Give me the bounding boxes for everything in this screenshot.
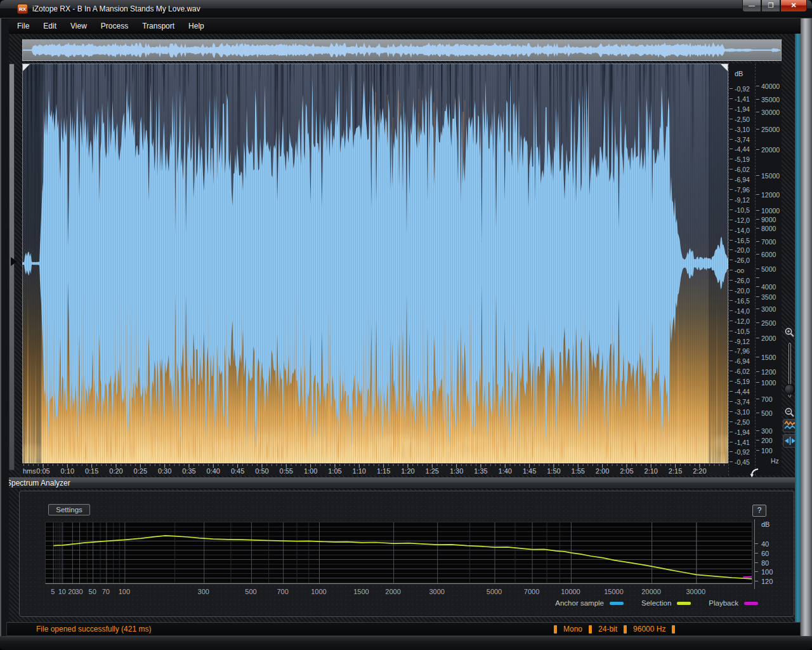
spectrum-freq-label: 30000	[677, 588, 715, 595]
close-button[interactable]: ✕	[780, 0, 807, 12]
minimize-button[interactable]: —	[742, 0, 761, 12]
menu-item-edit[interactable]: Edit	[36, 20, 63, 32]
selection-handle-left-icon[interactable]	[23, 64, 30, 71]
frequency-ruler[interactable]: 4000035000300002500020000150001200010000…	[755, 63, 782, 475]
amp-tick	[730, 331, 733, 331]
freq-ruler-label: 3500	[761, 294, 776, 300]
freq-tick	[756, 194, 759, 195]
amp-ruler-label: -9,12	[735, 197, 750, 203]
amp-ruler-label: -oo	[735, 267, 744, 274]
spectrum-freq-label: 20000	[632, 588, 671, 595]
amp-ruler-label: -26,0	[735, 277, 750, 284]
spectrum-db-label: 100	[761, 568, 773, 576]
amp-ruler-label: -3,74	[735, 399, 750, 405]
amp-ruler-label: -26,0	[735, 257, 750, 263]
vertical-zoom-knob[interactable]	[784, 384, 795, 395]
amp-tick	[730, 442, 733, 442]
menu-item-view[interactable]: View	[63, 20, 94, 32]
time-ruler[interactable]: hms 0:050:100:150:200:250:300:350:400:45…	[19, 463, 728, 475]
freq-ruler-label: 25000	[761, 126, 780, 133]
amp-ruler-label: -10,5	[735, 207, 750, 213]
amp-tick	[730, 129, 733, 129]
legend-label: Anchor sample	[555, 599, 604, 607]
spectrum-db-tick	[755, 562, 758, 563]
freq-tick	[756, 430, 759, 431]
amp-tick	[730, 209, 733, 210]
amp-ruler-label: -0,92	[735, 86, 750, 92]
amp-tick	[730, 189, 733, 190]
amp-tick	[730, 260, 733, 260]
menu-item-help[interactable]: Help	[181, 20, 211, 32]
amp-ruler-label: -3,10	[735, 409, 750, 415]
amp-tick	[730, 240, 733, 241]
freq-ruler-label: 5000	[761, 266, 776, 272]
amp-tick	[730, 300, 733, 301]
spectrum-legend: Anchor sampleSelectionPlayback	[555, 599, 758, 607]
legend-item-anchor-sample: Anchor sample	[555, 599, 624, 607]
freq-ruler-label: 30000	[761, 109, 780, 116]
freq-tick	[756, 269, 759, 269]
selection-border	[22, 63, 728, 463]
app-icon: RX	[17, 4, 28, 14]
spectrum-freq-label: 2000	[374, 588, 412, 595]
amp-ruler-label: -12,0	[735, 318, 750, 324]
window-controls: — ❐ ✕	[742, 0, 807, 12]
legend-item-playback: Playback	[709, 599, 758, 607]
spectrum-analyzer-titlebar[interactable]: Spectrum Analyzer	[1, 477, 795, 489]
separator	[624, 625, 627, 633]
legend-label: Playback	[709, 599, 738, 607]
spectrum-frequency-axis: 5102030507010030050070010001500200030005…	[45, 587, 752, 595]
playhead-marker-icon	[11, 257, 17, 266]
maximize-button[interactable]: ❐	[761, 0, 780, 12]
amp-tick	[730, 280, 733, 281]
freq-tick	[756, 338, 759, 338]
amp-ruler-label: -0,92	[735, 449, 750, 455]
menu-item-process[interactable]: Process	[94, 20, 135, 32]
freq-tick	[756, 228, 759, 229]
separator	[554, 625, 557, 633]
vertical-scroll-strip[interactable]	[9, 63, 15, 470]
channel-count: Mono	[563, 625, 582, 633]
amplitude-ruler[interactable]: dB -0,92-1,41-1,94-2,50-3,10-3,74-4,44-5…	[728, 63, 755, 475]
spectrum-db-tick	[755, 543, 758, 544]
overview-waveform[interactable]	[22, 39, 782, 61]
help-button[interactable]: ?	[752, 505, 766, 517]
spectrum-db-axis: dB 406080100120	[754, 519, 782, 589]
go-to-selection-icon[interactable]	[750, 468, 760, 478]
amp-tick	[730, 159, 733, 159]
menu-item-transport[interactable]: Transport	[135, 20, 181, 32]
amp-tick	[730, 98, 733, 99]
legend-swatch	[677, 602, 691, 605]
freq-tick	[756, 210, 759, 211]
freq-tick	[756, 99, 759, 100]
spectrum-db-unit-label: dB	[761, 521, 769, 528]
window-right-frame	[801, 18, 812, 636]
amp-ruler-label: -12,0	[735, 217, 750, 223]
selection-handle-right-icon[interactable]	[721, 64, 728, 71]
title-bar[interactable]: RX iZotope RX - B In A Mansion Stands My…	[0, 0, 812, 18]
freq-ruler-label: 100	[761, 448, 773, 454]
spectrum-plot[interactable]	[45, 522, 752, 584]
amp-ruler-label: -14,0	[735, 227, 750, 234]
amplitude-unit-label: dB	[735, 70, 743, 77]
spectrum-db-label: 40	[761, 540, 769, 548]
menu-bar: FileEditViewProcessTransportHelp	[0, 19, 812, 34]
amp-ruler-label: -6,02	[735, 166, 750, 173]
amp-ruler-label: -4,44	[735, 146, 750, 152]
spectrum-db-label: 60	[761, 550, 769, 557]
freq-tick	[756, 112, 759, 112]
freq-tick	[756, 286, 759, 287]
amp-tick	[730, 139, 733, 140]
spectrum-freq-label: 5000	[475, 588, 513, 595]
amp-tick	[730, 451, 733, 452]
freq-ruler-label: 7000	[761, 239, 776, 245]
amp-ruler-label: -6,94	[735, 176, 750, 183]
amp-tick	[730, 421, 733, 422]
settings-button[interactable]: Settings	[48, 504, 90, 515]
freq-tick	[756, 308, 759, 309]
amp-ruler-label: -2,50	[735, 116, 750, 123]
spectrogram-display[interactable]	[22, 63, 728, 463]
freq-tick	[756, 129, 759, 129]
menu-item-file[interactable]: File	[10, 20, 36, 32]
spectrum-db-label: 80	[761, 559, 769, 567]
